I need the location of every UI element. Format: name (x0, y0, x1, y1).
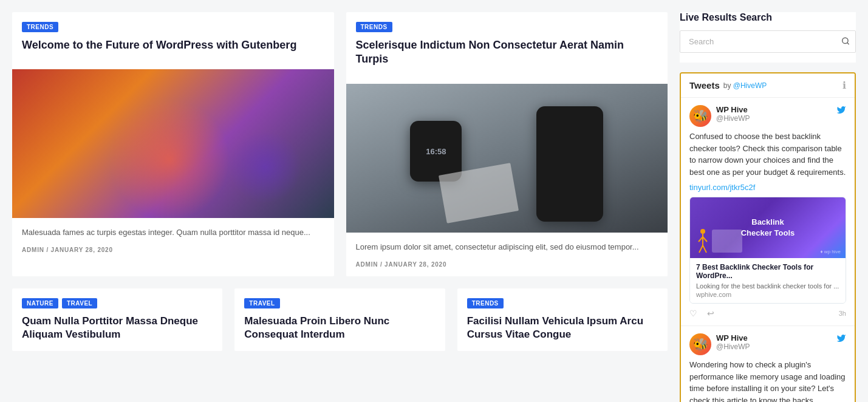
card-label-text: BacklinkChecker Tools (736, 217, 800, 239)
stick-figure-1 (696, 228, 709, 255)
card-1-meta: Malesuada fames ac turpis egestas intege… (12, 218, 334, 262)
top-row: TRENDS Welcome to the Future of WordPres… (12, 12, 668, 276)
avatar-emoji-2: 🐝 (693, 338, 708, 350)
tweet-card-title: 7 Best Backlink Checker Tools for WordPr… (696, 263, 839, 280)
main-content: TRENDS Welcome to the Future of WordPres… (12, 12, 668, 402)
tag-trends[interactable]: TRENDS (22, 22, 58, 32)
tag-trends-2[interactable]: TRENDS (356, 22, 392, 32)
small-card-1-tags: NATURE TRAVEL (22, 298, 213, 308)
search-input[interactable] (680, 30, 856, 53)
small-card-3[interactable]: TRENDS Facilisi Nullam Vehicula Ipsum Ar… (457, 288, 668, 351)
small-card-1-title: Quam Nulla Porttitor Massa Dneque Aliqua… (22, 315, 213, 341)
tweet-card-body: 7 Best Backlink Checker Tools for WordPr… (690, 258, 846, 303)
svg-line-1 (847, 43, 849, 44)
tweets-widget: Tweets by @HiveWP ℹ 🐝 WP Hive (680, 72, 856, 402)
card-1-image (12, 69, 334, 218)
tweet-card-subtitle: Looking for the best backlink checker to… (696, 282, 839, 290)
svg-line-7 (703, 245, 706, 253)
card-1-author: ADMIN (22, 247, 44, 253)
card-2-date: JANUARY 28, 2020 (384, 261, 446, 268)
tweet-2-avatar: 🐝 (689, 333, 711, 355)
tweet-2-text: Wondering how to check a plugin's perfor… (689, 359, 846, 402)
tag-travel-2[interactable]: TRAVEL (244, 298, 279, 308)
card-1-date: JANUARY 28, 2020 (51, 247, 113, 253)
tweet-1-user: WP Hive @HiveWP (716, 105, 832, 123)
tweet-1-card[interactable]: BacklinkChecker Tools ♦ wp hive 7 Best B… (689, 197, 846, 304)
tweet-1-timestamp: 3h (839, 310, 846, 317)
tweet-1-retweet-button[interactable]: ↩ (707, 308, 714, 318)
tag-trends-3[interactable]: TRENDS (467, 298, 504, 308)
tweets-header: Tweets by @HiveWP ℹ (681, 73, 855, 98)
small-card-2-tags: TRAVEL (244, 298, 435, 308)
tweets-header-left: Tweets by @HiveWP (689, 80, 767, 90)
tweet-2-header: 🐝 WP Hive @HiveWP (689, 333, 846, 355)
tweet-1-link[interactable]: tinyurl.com/jtkr5c2f (689, 183, 846, 192)
tag-nature[interactable]: NATURE (22, 298, 58, 308)
tweet-2-name: WP Hive (716, 333, 832, 342)
tweet-1-avatar: 🐝 (689, 105, 711, 127)
svg-line-5 (703, 237, 707, 242)
card-1-excerpt: Malesuada fames ac turpis egestas intege… (22, 227, 324, 239)
small-card-2-title: Malesuada Proin Libero Nunc Consequat In… (244, 315, 435, 341)
tweet-2-user: WP Hive @HiveWP (716, 333, 832, 351)
svg-point-2 (700, 229, 705, 234)
tweet-2-handle: @HiveWP (716, 342, 832, 351)
phone-shape (536, 106, 603, 222)
tweet-item-1: 🐝 WP Hive @HiveWP Confused to choose t (681, 98, 855, 326)
tweets-title: Tweets (689, 80, 720, 90)
search-submit-button[interactable] (841, 36, 850, 47)
card-2-tags: TRENDS (356, 22, 658, 32)
illustration (696, 228, 742, 255)
svg-line-6 (699, 245, 703, 253)
twitter-icon-1 (836, 105, 846, 117)
tweet-1-name: WP Hive (716, 105, 832, 114)
bottom-row: NATURE TRAVEL Quam Nulla Porttitor Massa… (12, 288, 668, 351)
tweet-1-like-button[interactable]: ♡ (689, 308, 697, 318)
card-2-image: 16:58 (346, 84, 668, 233)
card-1-title: Welcome to the Future of WordPress with … (22, 38, 324, 52)
card-1-header: TRENDS Welcome to the Future of WordPres… (12, 12, 334, 69)
tweet-card-image: BacklinkChecker Tools ♦ wp hive (690, 197, 846, 258)
tweets-body: 🐝 WP Hive @HiveWP Confused to choose t (681, 98, 855, 402)
card-2-author: ADMIN (356, 261, 378, 268)
tweet-1-handle: @HiveWP (716, 114, 832, 123)
search-widget: Live Results Search (680, 12, 856, 63)
sidebar: Live Results Search Tweets by @HiveWP (680, 12, 856, 402)
tweet-1-text: Confused to choose the best backlink che… (689, 131, 846, 178)
tweet-1-actions: ♡ ↩ 3h (689, 308, 846, 318)
tweet-card-domain: wphive.com (696, 291, 839, 298)
small-card-2[interactable]: TRAVEL Malesuada Proin Libero Nunc Conse… (234, 288, 445, 351)
card-2-byline: ADMIN / JANUARY 28, 2020 (356, 261, 658, 268)
search-icon (841, 36, 850, 45)
small-card-3-title: Facilisi Nullam Vehicula Ipsum Arcu Curs… (467, 315, 658, 341)
search-input-wrap (680, 30, 856, 53)
avatar-emoji: 🐝 (693, 110, 708, 122)
card-2-meta: Lorem ipsum dolor sit amet, consectetur … (346, 233, 668, 276)
twitter-icon-2 (836, 333, 846, 346)
tweet-1-action-buttons: ♡ ↩ (689, 308, 714, 318)
info-icon[interactable]: ℹ (842, 80, 846, 91)
featured-card-2[interactable]: TRENDS Scelerisque Indictum Non Consecte… (346, 12, 668, 276)
card-2-excerpt: Lorem ipsum dolor sit amet, consectetur … (356, 241, 658, 254)
tweets-handle-link[interactable]: @HiveWP (733, 81, 767, 90)
search-widget-title: Live Results Search (680, 12, 856, 23)
tweets-by-label: by @HiveWP (723, 81, 767, 90)
tag-travel[interactable]: TRAVEL (62, 298, 97, 308)
card-1-tags: TRENDS (22, 22, 324, 32)
monitor-icon (712, 230, 742, 253)
tweet-item-2: 🐝 WP Hive @HiveWP Wondering how to che (681, 326, 855, 402)
tweet-1-header: 🐝 WP Hive @HiveWP (689, 105, 846, 127)
card-2-title: Scelerisque Indictum Non Consectetur Aer… (356, 38, 658, 67)
card-1-byline: ADMIN / JANUARY 28, 2020 (22, 247, 324, 253)
svg-line-4 (699, 237, 703, 242)
card-2-header: TRENDS Scelerisque Indictum Non Consecte… (346, 12, 668, 84)
wp-logo-badge: ♦ wp hive (821, 249, 841, 254)
featured-card-1[interactable]: TRENDS Welcome to the Future of WordPres… (12, 12, 334, 276)
small-card-3-tags: TRENDS (467, 298, 658, 308)
small-card-1[interactable]: NATURE TRAVEL Quam Nulla Porttitor Massa… (12, 288, 222, 351)
